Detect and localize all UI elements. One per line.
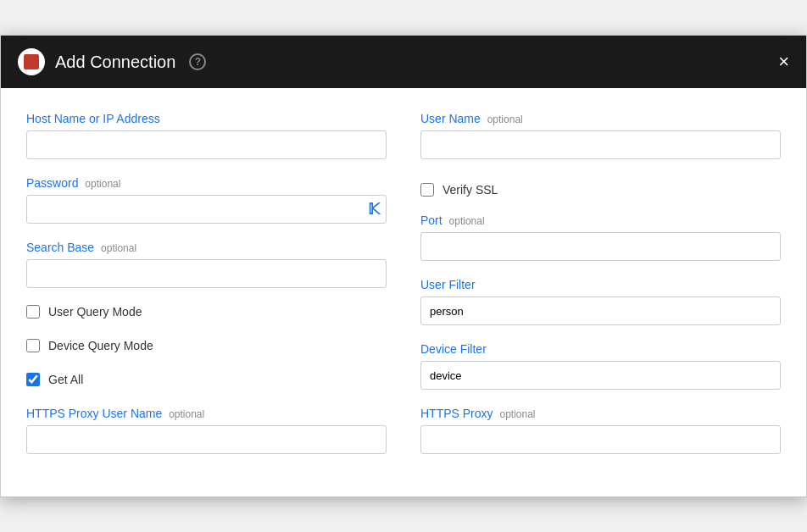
https-proxy-user-name-label: HTTPS Proxy User Name optional <box>26 407 387 420</box>
password-wrapper: 𝕂 <box>26 195 387 224</box>
get-all-group: Get All <box>26 373 387 386</box>
dialog-title: Add Connection <box>55 53 175 72</box>
search-base-group: Search Base optional <box>26 241 387 288</box>
port-optional: optional <box>449 215 485 227</box>
device-query-mode-group: Device Query Mode <box>26 339 387 352</box>
https-proxy-right-input[interactable] <box>420 425 781 454</box>
header-left: Add Connection ? <box>18 48 206 75</box>
host-name-label: Host Name or IP Address <box>26 112 387 125</box>
user-query-mode-checkbox[interactable] <box>26 305 40 319</box>
password-input[interactable] <box>26 195 387 224</box>
https-proxy-user-name-group: HTTPS Proxy User Name optional <box>26 407 387 454</box>
https-proxy-right-label: HTTPS Proxy optional <box>420 407 781 420</box>
verify-ssl-label[interactable]: Verify SSL <box>442 183 498 197</box>
user-filter-label: User Filter <box>420 278 781 291</box>
device-query-mode-label[interactable]: Device Query Mode <box>48 339 153 352</box>
search-base-optional: optional <box>101 242 136 254</box>
search-base-input[interactable] <box>26 259 387 288</box>
close-button[interactable]: × <box>778 53 789 71</box>
device-filter-label: Device Filter <box>420 342 781 356</box>
https-proxy-user-name-input[interactable] <box>26 425 387 454</box>
app-logo <box>18 48 45 75</box>
device-filter-group: Device Filter <box>420 342 781 390</box>
user-filter-group: User Filter <box>420 278 781 325</box>
get-all-label[interactable]: Get All <box>48 373 83 386</box>
user-query-mode-label[interactable]: User Query Mode <box>48 305 142 319</box>
add-connection-dialog: Add Connection ? × Host Name or IP Addre… <box>0 35 807 497</box>
help-icon[interactable]: ? <box>189 53 206 70</box>
user-name-group: User Name optional <box>420 112 781 159</box>
password-group: Password optional 𝕂 <box>26 176 387 224</box>
https-proxy-user-name-optional: optional <box>169 408 204 420</box>
user-filter-input[interactable] <box>420 296 781 325</box>
search-base-label: Search Base optional <box>26 241 387 254</box>
port-group: Port optional <box>420 213 781 261</box>
logo-icon <box>24 54 39 69</box>
https-proxy-right-optional: optional <box>499 408 535 420</box>
password-optional: optional <box>85 178 120 190</box>
right-column: User Name optional Verify SSL Port optio… <box>420 112 781 471</box>
user-name-input[interactable] <box>420 130 781 159</box>
user-query-mode-group: User Query Mode <box>26 305 387 319</box>
device-filter-input[interactable] <box>420 361 781 390</box>
port-label: Port optional <box>420 213 781 227</box>
host-name-input[interactable] <box>26 130 387 159</box>
dialog-header: Add Connection ? × <box>1 36 806 88</box>
user-name-optional: optional <box>487 114 523 125</box>
left-column: Host Name or IP Address Password optiona… <box>26 112 387 471</box>
device-query-mode-checkbox[interactable] <box>26 339 40 352</box>
form-grid: Host Name or IP Address Password optiona… <box>26 112 781 471</box>
dialog-body: Host Name or IP Address Password optiona… <box>1 88 806 496</box>
host-name-group: Host Name or IP Address <box>26 112 387 159</box>
get-all-checkbox[interactable] <box>26 373 40 386</box>
verify-ssl-group: Verify SSL <box>420 183 781 197</box>
port-input[interactable] <box>420 232 781 261</box>
verify-ssl-checkbox[interactable] <box>420 183 434 197</box>
https-proxy-right-group: HTTPS Proxy optional <box>420 407 781 454</box>
password-toggle-icon[interactable]: 𝕂 <box>368 200 380 219</box>
password-label: Password optional <box>26 176 387 190</box>
user-name-label: User Name optional <box>420 112 781 125</box>
